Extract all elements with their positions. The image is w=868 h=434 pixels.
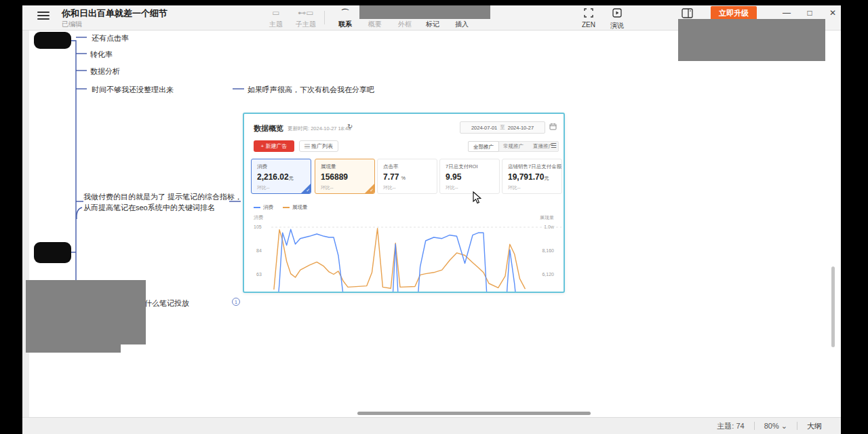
- toolbar-subtopic-button[interactable]: ⊷▭ 子主题: [291, 7, 321, 29]
- document-save-status: 已编辑: [62, 20, 82, 29]
- toolbar-divider: [324, 11, 325, 24]
- status-bar: 主题: 74 80% ⌄ 大纲: [22, 417, 841, 434]
- right-tick: 1.0w: [544, 224, 554, 229]
- date-separator: 至: [500, 124, 505, 131]
- promo-type-tabs: 全部推广 常规推广 直播推广: [468, 141, 559, 152]
- metric-card-ctr[interactable]: 点击率 7.77 % 环比--: [377, 159, 437, 194]
- mindmap-canvas[interactable]: 还有点击率 转化率 数据分析 时间不够我还没整理出来 如果呼声很高，下次有机会我…: [22, 31, 841, 417]
- left-axis-title: 消费: [254, 214, 263, 221]
- mindmap-node-paid-goal-line2[interactable]: 从而提高笔记在seo系统中的关键词排名: [83, 203, 215, 213]
- letterbox-left: [0, 0, 22, 434]
- legend-item-cost[interactable]: 消费: [254, 204, 273, 211]
- topic-icon: ▭: [261, 7, 291, 19]
- check-icon: ✓: [306, 188, 310, 193]
- window-maximize-button[interactable]: □: [802, 7, 817, 19]
- left-tick: 63: [256, 272, 262, 277]
- metric-card-cost[interactable]: 消费 2,216.02元 环比-- ✓: [251, 159, 311, 194]
- toolbar-present-button[interactable]: 演说: [602, 7, 632, 31]
- toolbar-zen-button[interactable]: ZEN: [574, 7, 604, 28]
- chart-legend: 消费 展现量: [254, 204, 308, 211]
- mouse-cursor: [473, 191, 484, 205]
- mindmap-note[interactable]: 如果呼声很高，下次有机会我在分享吧: [248, 85, 374, 95]
- redacted-topic-node[interactable]: [34, 242, 71, 263]
- letterbox-right: [841, 0, 868, 434]
- date-start: 2024-07-01: [471, 125, 497, 131]
- promo-list-button[interactable]: ▤ 推广列表: [299, 140, 338, 152]
- horizontal-scrollbar[interactable]: [357, 412, 591, 415]
- redacted-region: [26, 344, 121, 353]
- cost-line-series: [274, 229, 526, 293]
- metric-card-roi[interactable]: 7日总支付ROI 9.95 环比--: [439, 159, 500, 194]
- upgrade-button[interactable]: 立即升级: [711, 6, 757, 20]
- document-title: 你和日出百单就差一个细节: [62, 7, 167, 20]
- dashboard-image[interactable]: 数据概览 更新时间: 2024-10-27 18:48 ↻ 2024-07-01…: [243, 113, 565, 293]
- sidebar-toggle-icon[interactable]: [682, 8, 693, 18]
- present-play-icon: [602, 8, 632, 20]
- mindmap-node[interactable]: 数据分析: [90, 66, 120, 77]
- tab-regular-promo[interactable]: 常规推广: [498, 142, 528, 151]
- letterbox-top: [0, 0, 868, 5]
- redacted-region: [26, 280, 146, 344]
- impressions-line-series: [274, 229, 526, 290]
- refresh-icon[interactable]: ↻: [347, 123, 353, 130]
- right-tick: 8,160: [542, 248, 554, 253]
- legend-item-impressions[interactable]: 展现量: [283, 204, 308, 211]
- subtopic-icon: ⊷▭: [291, 7, 321, 19]
- list-view-icon[interactable]: ☰: [551, 142, 557, 149]
- vertical-scrollbar[interactable]: [831, 267, 835, 347]
- metric-card-gmv[interactable]: 店铺销售7日总支付金额 19,791.70元 环比--: [502, 159, 562, 194]
- redacted-region: [678, 19, 825, 61]
- outline-button[interactable]: 大纲: [797, 421, 841, 431]
- left-tick: 105: [254, 224, 262, 229]
- relation-number-badge[interactable]: 1: [232, 298, 240, 306]
- new-ad-button[interactable]: + 新建广告: [254, 140, 294, 152]
- redacted-topic-node[interactable]: [34, 32, 71, 49]
- metric-card-impressions[interactable]: 展现量 156889 环比-- ✓: [315, 159, 375, 194]
- calendar-icon[interactable]: [549, 123, 557, 130]
- zoom-level-control[interactable]: 80% ⌄: [755, 422, 797, 431]
- mindmap-node[interactable]: 还有点击率: [92, 33, 129, 43]
- hamburger-menu-icon[interactable]: [37, 12, 50, 21]
- right-tick: 6,120: [542, 272, 554, 277]
- right-axis-title: 展现量: [540, 214, 554, 221]
- date-end: 2024-10-27: [508, 125, 534, 131]
- check-icon: ✓: [370, 188, 374, 193]
- relation-icon: ⌒: [330, 7, 360, 19]
- date-range-picker[interactable]: 2024-07-01 至 2024-10-27: [460, 121, 545, 134]
- mindmap-node-paid-goal-line1[interactable]: 我做付费的目的就是为了 提示笔记的综合指标，: [83, 192, 242, 202]
- window-close-button[interactable]: ✕: [825, 7, 840, 19]
- mindmap-node[interactable]: 时间不够我还没整理出来: [92, 85, 174, 95]
- mindmap-node-bottom[interactable]: 什么笔记投放: [144, 298, 189, 309]
- topic-count: 主题: 74: [707, 421, 753, 431]
- dashboard-title: 数据概览: [254, 123, 283, 134]
- toolbar-relation-button[interactable]: ⌒ 联系: [330, 7, 360, 29]
- window-minimize-button[interactable]: —: [779, 7, 794, 19]
- left-tick: 84: [256, 248, 262, 253]
- dashboard-updated-time: 更新时间: 2024-10-27 18:48: [288, 125, 351, 132]
- tab-all-promo[interactable]: 全部推广: [468, 141, 499, 152]
- toolbar-topic-button[interactable]: ▭ 主题: [261, 7, 291, 29]
- zen-mode-icon: [574, 8, 604, 20]
- mindmap-node[interactable]: 转化率: [90, 50, 113, 60]
